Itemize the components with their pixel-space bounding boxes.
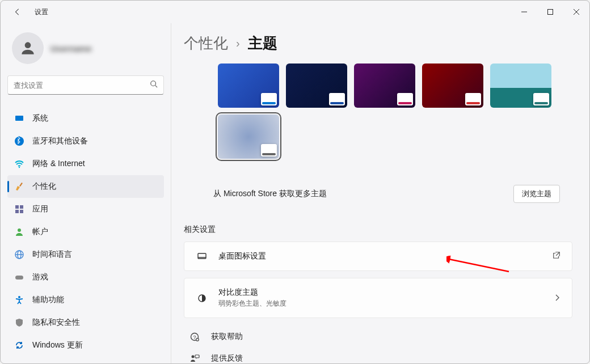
footer-links: ?获取帮助提供反馈 <box>184 329 572 363</box>
svg-rect-5 <box>15 116 23 121</box>
sidebar-item-label: 时间和语言 <box>32 249 72 260</box>
feedback-icon <box>188 353 201 363</box>
card-title: 桌面图标设置 <box>218 251 266 261</box>
themes-grid <box>218 64 572 159</box>
settings-window: 设置 Username 系统 <box>0 0 590 364</box>
monitor-icon <box>196 251 208 261</box>
sidebar-item-system[interactable]: 系统 <box>7 107 164 130</box>
footer-link-feedback[interactable]: 提供反馈 <box>184 351 572 363</box>
main-content: 个性化 › 主题 从 Microsoft Store 获取更多主题 浏览主题 相… <box>171 23 589 363</box>
profile-name: Username <box>50 44 92 53</box>
svg-point-25 <box>192 355 195 358</box>
footer-link-label: 获取帮助 <box>211 332 243 342</box>
sidebar-item-update[interactable]: Windows 更新 <box>7 334 164 357</box>
card-title: 对比度主题 <box>218 287 286 298</box>
shield-icon <box>14 318 24 328</box>
help-icon: ? <box>188 332 201 342</box>
card-subtitle: 弱势彩色主题、光敏度 <box>218 299 286 308</box>
theme-accent-chip <box>533 93 549 105</box>
svg-rect-8 <box>15 205 19 209</box>
breadcrumb: 个性化 › 主题 <box>184 33 572 53</box>
breadcrumb-parent[interactable]: 个性化 <box>184 33 228 53</box>
sidebar-item-personalize[interactable]: 个性化 <box>7 175 164 198</box>
sidebar-item-accounts[interactable]: 帐户 <box>7 221 164 243</box>
svg-rect-10 <box>15 210 19 213</box>
theme-thumbnail[interactable] <box>490 64 551 108</box>
avatar <box>12 32 44 64</box>
refresh-icon <box>14 340 24 350</box>
store-label: 从 Microsoft Store 获取更多主题 <box>213 189 327 199</box>
svg-point-12 <box>18 228 21 232</box>
svg-rect-1 <box>548 10 553 15</box>
svg-point-17 <box>18 296 20 298</box>
sidebar: Username 系统 蓝牙和其他设备网络 & Internet个性化应用帐户时… <box>1 23 171 363</box>
theme-accent-chip <box>261 144 277 156</box>
brush-icon <box>14 181 24 192</box>
window-title: 设置 <box>35 7 48 17</box>
store-row: 从 Microsoft Store 获取更多主题 浏览主题 <box>184 176 572 212</box>
theme-thumbnail[interactable] <box>422 64 483 108</box>
sidebar-item-label: 个性化 <box>32 181 56 192</box>
theme-accent-chip <box>329 93 345 105</box>
browse-themes-button[interactable]: 浏览主题 <box>513 185 560 203</box>
external-link-icon <box>553 251 560 261</box>
footer-link-help[interactable]: ?获取帮助 <box>184 329 572 344</box>
window-controls <box>511 1 589 23</box>
svg-rect-16 <box>15 276 23 280</box>
minimize-button[interactable] <box>511 1 537 23</box>
globe-icon <box>14 249 24 260</box>
sidebar-item-label: 蓝牙和其他设备 <box>32 136 88 146</box>
gamepad-icon <box>14 272 24 282</box>
sidebar-item-label: 应用 <box>32 204 48 214</box>
chevron-right-icon <box>554 293 560 303</box>
svg-point-3 <box>151 81 156 86</box>
sidebar-item-label: 系统 <box>32 113 48 124</box>
contrast-icon <box>196 293 208 303</box>
sidebar-item-bluetooth[interactable]: 蓝牙和其他设备 <box>7 130 164 153</box>
sidebar-item-privacy[interactable]: 隐私和安全性 <box>7 311 164 334</box>
svg-rect-9 <box>20 205 23 209</box>
wifi-icon <box>14 159 24 169</box>
related-settings-label: 相关设置 <box>184 225 572 235</box>
svg-line-4 <box>155 86 158 88</box>
svg-point-24 <box>196 338 199 341</box>
display-icon <box>14 113 24 124</box>
theme-accent-chip <box>465 93 481 105</box>
sidebar-item-label: 网络 & Internet <box>32 159 85 169</box>
sidebar-item-label: Windows 更新 <box>32 340 83 350</box>
sidebar-item-label: 隐私和安全性 <box>32 318 80 328</box>
search-input[interactable] <box>14 81 150 90</box>
person-icon <box>14 227 24 237</box>
grid-icon <box>14 204 24 214</box>
svg-rect-26 <box>195 355 199 358</box>
search-box[interactable] <box>7 75 164 95</box>
sidebar-item-network[interactable]: 网络 & Internet <box>7 153 164 175</box>
nav-list: 系统 蓝牙和其他设备网络 & Internet个性化应用帐户时间和语言游戏辅助功… <box>7 107 164 363</box>
svg-point-2 <box>25 42 31 48</box>
close-button[interactable] <box>563 1 589 23</box>
back-button[interactable] <box>7 2 28 22</box>
sidebar-item-label: 帐户 <box>32 227 48 237</box>
sidebar-item-time[interactable]: 时间和语言 <box>7 243 164 266</box>
svg-point-7 <box>19 167 20 168</box>
breadcrumb-current: 主题 <box>248 33 277 53</box>
setting-card-contrast[interactable]: 对比度主题 弱势彩色主题、光敏度 <box>184 278 572 318</box>
setting-card-desktop-icons[interactable]: 桌面图标设置 <box>184 242 572 271</box>
sidebar-item-apps[interactable]: 应用 <box>7 198 164 221</box>
chevron-right-icon: › <box>236 37 240 50</box>
sidebar-item-label: 游戏 <box>32 272 48 282</box>
sidebar-item-accessibility[interactable]: 辅助功能 <box>7 289 164 311</box>
search-icon <box>150 80 158 90</box>
svg-rect-11 <box>20 210 23 213</box>
accessibility-icon <box>14 295 24 305</box>
theme-thumbnail[interactable] <box>218 64 279 108</box>
sidebar-item-label: 辅助功能 <box>32 295 64 305</box>
theme-thumbnail[interactable] <box>354 64 415 108</box>
theme-thumbnail[interactable] <box>286 64 347 108</box>
sidebar-item-gaming[interactable]: 游戏 <box>7 266 164 289</box>
bluetooth-icon <box>14 136 24 146</box>
maximize-button[interactable] <box>537 1 563 23</box>
profile[interactable]: Username <box>7 28 164 69</box>
titlebar: 设置 <box>1 1 589 23</box>
theme-thumbnail[interactable] <box>218 115 279 159</box>
